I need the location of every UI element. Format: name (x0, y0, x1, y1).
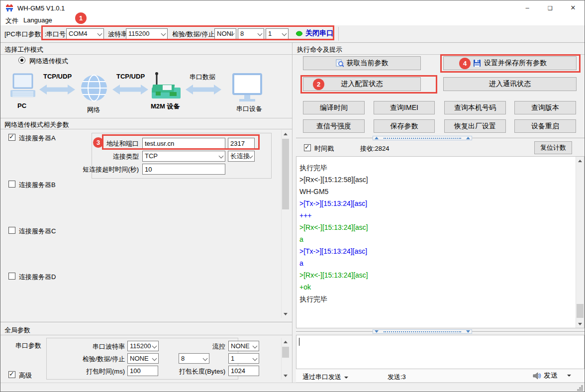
log-splitter-handle[interactable] (373, 136, 472, 140)
window-title: WH-GM5 V1.0.1 (17, 4, 65, 12)
baud-select[interactable]: 115200 (126, 28, 168, 39)
log-line: >[Tx->][15:13:24][asc] (296, 245, 574, 257)
arrow-icon (112, 84, 148, 95)
link1-label: TCP/UDP (43, 73, 72, 80)
factory-reset-button[interactable]: 恢复出厂设置 (444, 119, 506, 133)
keepalive-select[interactable]: 长连接 (228, 151, 255, 162)
query-signal-button[interactable]: 查信号强度 (303, 119, 365, 133)
server-address-input[interactable] (142, 138, 225, 149)
log-line: 执行完毕 (296, 293, 574, 305)
compile-time-button[interactable]: 编译时间 (303, 101, 365, 114)
timeout-input[interactable] (142, 164, 225, 175)
transparent-mode-radio[interactable] (18, 57, 25, 64)
get-params-button[interactable]: 获取当前参数 (303, 56, 421, 70)
stopbits-select[interactable]: 1 (266, 28, 289, 39)
net-params-scrollbar[interactable] (281, 130, 290, 318)
chevron-down-icon (219, 154, 224, 159)
server-d-checkbox[interactable] (8, 273, 15, 280)
app-window: WH-GM5 V1.0.1 – ❑ ✕ 文件 Language [PC串口参数]… (0, 0, 585, 392)
timestamp-checkbox[interactable]: ✓ (304, 144, 311, 151)
sent-counter: 发送:3 (388, 373, 406, 382)
reset-count-button[interactable]: 复位计数 (534, 141, 572, 154)
scroll-up-icon[interactable] (282, 338, 290, 346)
log-output[interactable]: 执行完毕>[Rx<-][15:12:58][asc]WH-GM5>[Tx->][… (296, 156, 585, 328)
splitter-arrow-icon (466, 330, 470, 333)
conn-type-select[interactable]: TCP (142, 151, 225, 162)
maximize-button[interactable]: ❑ (539, 0, 562, 15)
scroll-down-icon[interactable] (282, 310, 290, 318)
parity-select[interactable]: NONI (214, 28, 236, 39)
pack-length-input[interactable] (228, 366, 259, 376)
log-line: >[Rx<-][15:12:58][asc] (296, 174, 574, 186)
g-parity-data-stop-label: 检验/数据/停止 (70, 355, 125, 364)
toolbar-separator (338, 27, 339, 41)
left-splitter[interactable] (0, 322, 292, 323)
transparent-mode-label: 网络透传模式 (29, 57, 68, 66)
splitter-arrow-icon (466, 137, 470, 139)
server-c-checkbox[interactable] (8, 227, 15, 234)
chevron-down-icon (282, 31, 287, 36)
query-local-number-button[interactable]: 查询本机号码 (444, 101, 506, 114)
minimize-button[interactable]: – (516, 0, 539, 15)
server-b-checkbox[interactable] (8, 181, 15, 188)
pc-label: PC (17, 102, 26, 109)
send-splitter-handle[interactable] (373, 329, 472, 334)
menu-language[interactable]: Language (21, 16, 54, 24)
enter-comm-button[interactable]: 进入通讯状态 (443, 77, 577, 91)
server-port-input[interactable] (228, 138, 255, 149)
divider (0, 118, 292, 118)
server-a-checkbox[interactable]: ✓ (8, 134, 15, 141)
chevron-down-icon (152, 344, 157, 349)
serial-device-monitor-icon (232, 73, 262, 103)
pack-length-label: 打包长度(Bytes) (166, 367, 225, 376)
network-label: 网络 (87, 105, 100, 114)
pack-time-input[interactable] (127, 366, 158, 376)
query-imei-button[interactable]: 查询IMEI (374, 101, 435, 114)
app-logo-icon (5, 4, 13, 12)
scroll-up-icon[interactable] (282, 130, 290, 138)
work-mode-header: 选择工作模式 (4, 45, 43, 54)
chevron-down-icon (258, 31, 263, 36)
link2-label: TCP/UDP (116, 73, 145, 80)
baud-label: 波特率 (108, 30, 127, 39)
advanced-checkbox[interactable]: ✓ (8, 371, 15, 378)
save-params-button[interactable]: 保存参数 (374, 119, 435, 133)
serial-baud-select[interactable]: 115200 (127, 341, 159, 351)
scrollbar-thumb[interactable] (577, 304, 584, 318)
send-button[interactable]: 发送 (533, 371, 571, 380)
g-stopbits-select[interactable]: 1 (228, 353, 259, 364)
send-input[interactable] (296, 335, 585, 369)
commands-header: 执行命令及提示 (297, 45, 342, 54)
scroll-down-icon[interactable] (282, 372, 290, 380)
close-port-button[interactable]: 关闭串口 (296, 29, 333, 38)
databits-select[interactable]: 8 (238, 28, 264, 39)
g-databits-select[interactable]: 8 (179, 353, 209, 364)
global-params-scrollbar[interactable] (281, 338, 290, 380)
device-restart-button[interactable]: 设备重启 (514, 119, 576, 133)
send-via-serial-dropdown[interactable]: 通过串口发送 (302, 373, 348, 382)
g-parity-select[interactable]: NONE (127, 353, 159, 364)
serial-baud-label: 串口波特率 (70, 342, 125, 351)
parity-data-stop-label: 检验/数据/停止 (172, 30, 214, 39)
server-a-label: 连接服务器A (19, 134, 56, 143)
flow-control-label: 流控 (195, 342, 225, 351)
annotation-badge-4: 4 (459, 58, 471, 69)
scrollbar-thumb[interactable] (282, 347, 289, 358)
resize-grip[interactable] (577, 385, 583, 391)
port-select[interactable]: COM4 (66, 28, 104, 39)
port-label: 串口号 (46, 30, 66, 39)
close-button[interactable]: ✕ (562, 0, 585, 15)
log-scrollbar[interactable] (576, 157, 584, 328)
log-line: a (296, 257, 574, 269)
flow-control-select[interactable]: NONE (228, 341, 259, 351)
scrollbar-thumb[interactable] (282, 139, 289, 209)
query-version-button[interactable]: 查询版本 (514, 101, 576, 114)
scroll-down-icon[interactable] (576, 320, 584, 328)
scroll-up-icon[interactable] (576, 157, 584, 165)
speaker-icon (533, 372, 541, 380)
log-line: >[Rx<-][15:13:24][asc] (296, 221, 574, 233)
title-bar: WH-GM5 V1.0.1 – ❑ ✕ (0, 0, 585, 15)
serial-device-label: 串口设备 (236, 104, 262, 113)
menu-file[interactable]: 文件 (3, 16, 20, 25)
server-b-label: 连接服务器B (19, 181, 56, 190)
